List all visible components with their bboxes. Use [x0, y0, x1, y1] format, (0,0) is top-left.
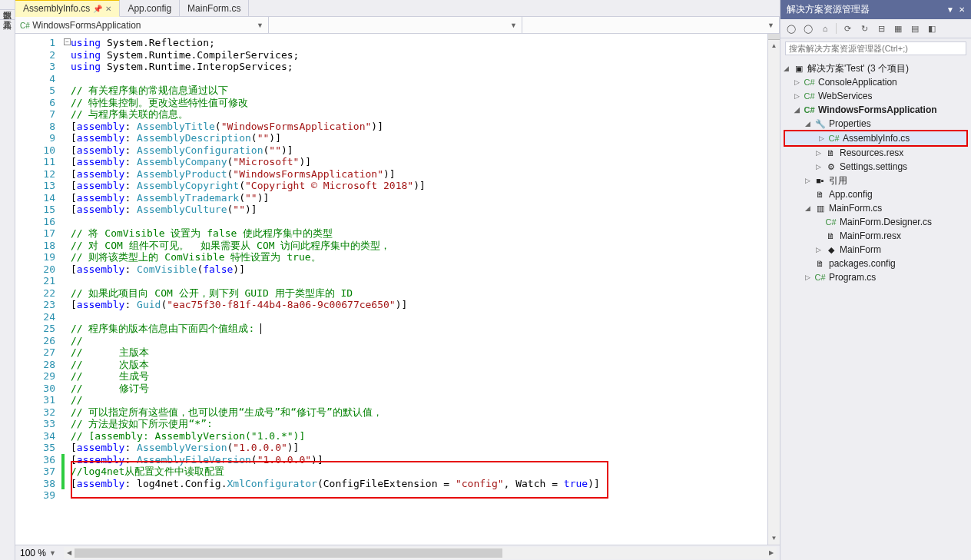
vertical-scrollbar[interactable]: ▲ ▼	[767, 34, 780, 545]
refresh-icon[interactable]: ↻	[858, 22, 870, 35]
tree-node[interactable]: ▷C#WebServices	[782, 89, 969, 103]
namespace-dropdown[interactable]: C# WindowsFormsApplication ▼	[15, 17, 269, 33]
tree-label: MainForm.resx	[840, 230, 901, 241]
scroll-down-icon[interactable]: ▼	[768, 532, 780, 545]
close-icon[interactable]: ✕	[959, 5, 965, 14]
cs-icon: C#	[814, 273, 826, 282]
tree-label: MainForm.Designer.cs	[840, 217, 932, 227]
tree-node[interactable]: ▷🗎Resources.resx	[782, 146, 969, 160]
side-tab-datasource[interactable]: 数据源	[0, 0, 15, 10]
editor-status-bar: 100 % ▼ ◀ ▶	[15, 545, 780, 560]
tree-label: WindowsFormsApplication	[818, 104, 937, 115]
horizontal-scrollbar[interactable]: ◀ ▶	[64, 547, 777, 559]
csproj-icon: C#	[804, 78, 815, 87]
panel-title: 解决方案资源管理器	[787, 3, 870, 16]
search-input[interactable]	[785, 41, 966, 55]
cfg-icon: 🗎	[814, 259, 826, 268]
pin-icon[interactable]: 📌	[93, 5, 102, 13]
tree-node[interactable]: ▷⚙Settings.settings	[782, 160, 969, 174]
tree-node[interactable]: ◢C#WindowsFormsApplication	[782, 103, 969, 117]
member-dropdown[interactable]: ▼	[522, 17, 780, 33]
tree-node[interactable]: ◢▥MainForm.cs	[782, 201, 969, 215]
zoom-label: 100 %	[20, 548, 46, 558]
tree-label: WebServices	[818, 91, 872, 101]
expand-icon[interactable]: ▷	[814, 149, 822, 157]
tree-label: 解决方案'Test' (3 个项目)	[807, 62, 909, 75]
expand-icon[interactable]: ◢	[804, 204, 811, 212]
expand-icon[interactable]: ▷	[793, 92, 800, 100]
chevron-down-icon: ▼	[257, 22, 263, 29]
tree-node[interactable]: ▷C#Program.cs	[782, 270, 969, 284]
tree-label: 引用	[829, 174, 847, 187]
class-dropdown[interactable]: ▼	[269, 17, 522, 33]
expand-icon[interactable]: ▷	[793, 78, 800, 86]
csproj-icon: C#	[804, 91, 815, 101]
expand-icon[interactable]: ▷	[814, 163, 822, 171]
home-icon[interactable]: ⌂	[819, 22, 831, 35]
side-tab-well: 数据源 工具箱	[0, 0, 15, 560]
tree-node[interactable]: 🗎MainForm.resx	[782, 229, 969, 243]
tree-node[interactable]: 🗎packages.config	[782, 257, 969, 270]
tab-assemblyinfo[interactable]: AssemblyInfo.cs 📌 ✕	[15, 0, 120, 17]
preview-icon[interactable]: ◧	[926, 22, 938, 35]
properties-icon[interactable]: ▤	[909, 22, 921, 35]
side-tab-toolbox[interactable]: 工具箱	[0, 10, 15, 20]
ref-icon: ■▪	[814, 176, 826, 185]
expand-icon[interactable]: ◢	[804, 120, 811, 128]
expand-icon[interactable]: ◢	[793, 106, 800, 114]
zoom-dropdown[interactable]: 100 % ▼	[15, 548, 61, 558]
sync-icon[interactable]: ⟳	[841, 22, 853, 35]
close-icon[interactable]: ✕	[105, 5, 111, 13]
namespace-label: WindowsFormsApplication	[32, 20, 141, 31]
tab-label: App.config	[128, 3, 171, 14]
show-all-icon[interactable]: ▦	[892, 22, 904, 35]
tree-node[interactable]: 🗎App.config	[782, 187, 969, 201]
outline-margin[interactable]: −	[61, 34, 71, 545]
solution-tree[interactable]: ◢▣解决方案'Test' (3 个项目)▷C#ConsoleApplicatio…	[780, 58, 971, 560]
tree-node[interactable]: ◢🔧Properties	[782, 117, 969, 131]
tree-label: ConsoleApplication	[818, 77, 897, 88]
tree-node[interactable]: ▷■▪引用	[782, 174, 969, 187]
collapse-icon[interactable]: ⊟	[875, 22, 887, 35]
expand-icon[interactable]: ▷	[817, 134, 825, 142]
tree-label: Properties	[829, 118, 871, 129]
expand-icon[interactable]: ▷	[814, 246, 822, 253]
tree-label: AssemblyInfo.cs	[843, 133, 910, 144]
tree-node[interactable]: ◢▣解决方案'Test' (3 个项目)	[782, 61, 969, 75]
back-icon[interactable]: ◯	[785, 22, 797, 35]
forward-icon[interactable]: ◯	[802, 22, 814, 35]
editor-pane: AssemblyInfo.cs 📌 ✕ App.config MainForm.…	[15, 0, 780, 560]
tree-label: App.config	[829, 189, 873, 200]
scroll-up-icon[interactable]: ▲	[768, 40, 780, 52]
tree-node[interactable]: C#MainForm.Designer.cs	[782, 215, 969, 229]
expand-icon[interactable]: ◢	[782, 65, 790, 72]
tab-appconfig[interactable]: App.config	[120, 0, 180, 16]
tree-node[interactable]: ▷C#ConsoleApplication	[782, 75, 969, 89]
tree-node[interactable]: ▷C#AssemblyInfo.cs	[785, 131, 966, 145]
expand-icon[interactable]: ▷	[804, 273, 811, 281]
tree-node[interactable]: ▷◆MainForm	[782, 243, 969, 257]
wrench-icon: 🔧	[814, 119, 826, 129]
tree-label: Program.cs	[829, 272, 876, 283]
scroll-left-icon[interactable]: ◀	[64, 547, 75, 559]
code-editor[interactable]: 1234567891011121314151617181920212223242…	[15, 34, 780, 545]
tab-mainform[interactable]: MainForm.cs	[180, 0, 249, 16]
tree-label: Settings.settings	[840, 161, 907, 172]
scroll-right-icon[interactable]: ▶	[766, 547, 777, 559]
line-number-gutter: 1234567891011121314151617181920212223242…	[15, 34, 61, 545]
solution-explorer-title[interactable]: 解决方案资源管理器 ▼ ✕	[780, 0, 971, 19]
split-handle[interactable]	[768, 34, 780, 40]
expand-icon[interactable]: ▷	[804, 177, 811, 184]
tab-label: MainForm.cs	[187, 3, 240, 14]
solution-search[interactable]	[785, 41, 966, 55]
tree-label: MainForm	[840, 244, 881, 255]
chevron-down-icon: ▼	[767, 22, 774, 29]
dropdown-icon[interactable]: ▼	[946, 5, 954, 14]
cfg-icon: 🗎	[814, 190, 826, 199]
csharp-icon: C#	[20, 22, 30, 30]
scroll-thumb[interactable]	[75, 548, 502, 558]
highlight-annotation	[71, 461, 608, 499]
outline-collapse-icon[interactable]: −	[64, 38, 71, 45]
tab-label: AssemblyInfo.cs	[23, 3, 90, 14]
file-icon: 🗎	[825, 231, 837, 240]
